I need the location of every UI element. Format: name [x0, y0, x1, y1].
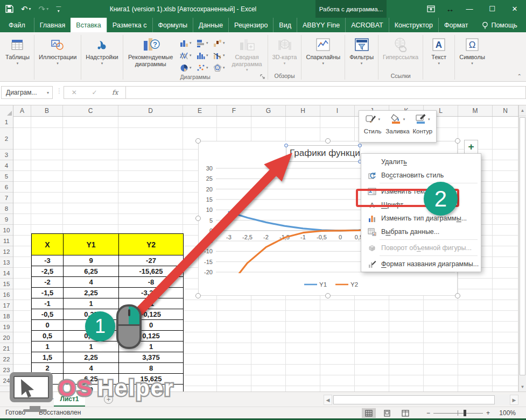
column-header-C[interactable]: C [63, 105, 118, 116]
chart-resize-handle[interactable] [325, 138, 331, 144]
tab-конструктор[interactable]: Конструктор [389, 18, 438, 32]
vertical-scroll-thumb[interactable] [520, 117, 525, 375]
undo-button[interactable]: ↶▾ [21, 4, 31, 14]
insert-function-icon[interactable]: fx [112, 89, 118, 96]
tab-файл[interactable]: Файл [0, 18, 34, 32]
row-header-1[interactable]: 1 [0, 117, 13, 128]
menu-item-format-chart-title[interactable]: Формат названия диаграммы... [361, 257, 481, 270]
column-header-H[interactable]: H [286, 105, 320, 116]
addins-button[interactable]: Надстройки▾ [83, 35, 121, 66]
minimize-button[interactable]: — [458, 0, 481, 18]
tab-формулы[interactable]: Формулы [152, 18, 193, 32]
table-cell[interactable]: 1 [64, 341, 119, 352]
column-header-B[interactable]: B [31, 105, 63, 116]
menu-item-select-data[interactable]: Выбрать данные... [361, 225, 481, 238]
row-header-9[interactable]: 9 [0, 214, 13, 225]
zoom-out-button[interactable]: − [426, 409, 430, 417]
bar-area-chart-button[interactable]: ▾ [194, 37, 211, 49]
redo-button[interactable]: ↷▾ [39, 4, 49, 14]
pivot-chart-button[interactable]: Сводная диаграмма▾ [228, 35, 266, 73]
illustrations-button[interactable]: Иллюстрации▾ [36, 35, 79, 66]
scroll-left-arrow[interactable]: ◀ [324, 395, 332, 405]
row-header-21[interactable]: 21 [0, 343, 13, 354]
table-cell[interactable]: -15,625 [119, 266, 184, 277]
scroll-up-arrow[interactable]: ▲ [519, 105, 526, 116]
row-header-17[interactable]: 17 [0, 300, 13, 311]
fill-button[interactable]: ▾ Заливка [385, 113, 410, 141]
recommended-charts-button[interactable]: ? Рекомендуемые диаграммы [125, 35, 177, 68]
row-header-3[interactable]: 3 [0, 150, 13, 160]
close-button[interactable]: ✕ [503, 0, 526, 18]
chart-resize-handle[interactable] [195, 216, 201, 221]
row-header-22[interactable]: 22 [0, 354, 13, 365]
table-cell[interactable]: -1 [32, 298, 64, 309]
chart-resize-handle[interactable] [195, 138, 201, 144]
map3d-button[interactable]: 3D-карта▾ [270, 35, 300, 66]
table-header-cell[interactable]: X [32, 234, 64, 255]
tab-данные[interactable]: Данные [193, 18, 228, 32]
table-cell[interactable]: -3 [32, 255, 64, 266]
combo-chart-button[interactable]: ▾ [211, 49, 227, 61]
zoom-in-button[interactable]: + [486, 409, 490, 417]
title-resize-handle[interactable] [284, 144, 288, 147]
histogram-chart-button[interactable]: ▾ [194, 49, 211, 61]
tab-главная[interactable]: Главная [34, 18, 71, 32]
name-box[interactable]: Диаграм...▾ [1, 86, 53, 99]
row-header-18[interactable]: 18 [0, 311, 13, 322]
table-cell[interactable]: 3,375 [119, 352, 184, 363]
zoom-slider-thumb[interactable] [464, 410, 466, 416]
chart-resize-handle[interactable] [455, 293, 460, 298]
row-header-15[interactable]: 15 [0, 279, 13, 289]
scroll-down-arrow[interactable]: ▼ [519, 382, 526, 391]
column-chart-button[interactable]: ▾ [178, 37, 194, 49]
row-header-5[interactable]: 5 [0, 171, 13, 182]
table-cell[interactable]: 0,5 [32, 331, 64, 341]
table-cell[interactable]: 1 [64, 298, 119, 309]
tab-формат[interactable]: Формат [438, 18, 473, 32]
tab-вставка[interactable]: Вставка [71, 18, 106, 32]
page-layout-view-button[interactable] [380, 408, 394, 418]
table-cell[interactable]: 0 [32, 320, 64, 331]
table-cell[interactable]: 2,25 [64, 352, 119, 363]
menu-item-delete[interactable]: Удалить [361, 155, 481, 168]
table-cell[interactable]: 6,25 [64, 266, 119, 277]
row-header-19[interactable]: 19 [0, 322, 13, 332]
dialog-launcher-icon[interactable] [260, 74, 266, 80]
column-header-I[interactable]: I [320, 105, 355, 116]
line-chart-button[interactable]: ▾ [178, 49, 194, 61]
row-header-12[interactable]: 12 [0, 246, 13, 257]
chart-resize-handle[interactable] [195, 293, 201, 298]
table-cell[interactable]: -2,5 [32, 266, 64, 277]
column-header-A[interactable]: A [13, 105, 31, 116]
horizontal-scroll-thumb[interactable] [333, 395, 495, 404]
column-header-F[interactable]: F [217, 105, 251, 116]
chart-resize-handle[interactable] [455, 138, 460, 144]
select-all-corner[interactable] [0, 105, 13, 117]
cancel-icon[interactable]: ✕ [72, 89, 77, 96]
outline-button[interactable]: ▾ Контур [410, 113, 435, 141]
tab-acrobat[interactable]: ACROBAT [345, 18, 389, 32]
radar-chart-button[interactable]: ▾ [211, 62, 227, 74]
tables-button[interactable]: Таблицы▾ [3, 35, 32, 66]
column-header-M[interactable]: M [458, 105, 493, 116]
table-cell[interactable]: -0,5 [32, 309, 64, 320]
column-header-G[interactable]: G [251, 105, 286, 116]
table-cell[interactable]: -3,375 [119, 288, 184, 298]
row-header-20[interactable]: 20 [0, 332, 13, 343]
table-cell[interactable]: -2 [32, 277, 64, 288]
table-cell[interactable]: 2,25 [64, 288, 119, 298]
page-break-view-button[interactable] [398, 408, 412, 418]
chart-resize-handle[interactable] [325, 293, 331, 298]
scatter-chart-button[interactable]: ▾ [194, 62, 211, 74]
save-icon[interactable] [5, 5, 13, 13]
menu-item-reset-style[interactable]: Восстановить стиль [361, 168, 481, 182]
row-header-14[interactable]: 14 [0, 268, 13, 279]
chart-elements-plus-button[interactable]: + [464, 140, 478, 154]
table-cell[interactable]: -8 [119, 277, 184, 288]
table-cell[interactable]: -1,5 [32, 288, 64, 298]
title-resize-handle[interactable] [284, 160, 288, 163]
filters-button[interactable]: Фильтры▾ [347, 35, 376, 66]
chart-title[interactable]: Графики функций [286, 145, 360, 162]
menu-item-change-chart-type[interactable]: Изменить тип диаграммы... [361, 211, 481, 225]
row-header-7[interactable]: 7 [0, 193, 13, 203]
